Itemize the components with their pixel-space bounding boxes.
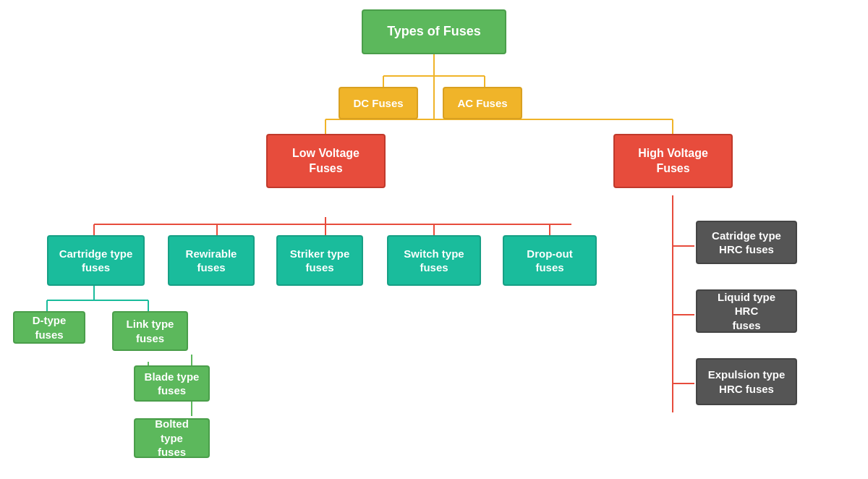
node-ac: AC Fuses [443,87,522,119]
node-dropout: Drop-out fuses [503,235,597,286]
node-catridge-hrc: Catridge type HRC fuses [696,221,797,264]
node-liquid-hrc: Liquid type HRC fuses [696,289,797,333]
node-expulsion-hrc: Expulsion type HRC fuses [696,358,797,405]
node-root: Types of Fuses [362,9,506,54]
node-blade: Blade type fuses [134,365,210,402]
node-hv: High Voltage Fuses [613,134,733,188]
node-dtype: D-type fuses [13,311,85,344]
diagram: Types of Fuses DC Fuses AC Fuses Low Vol… [0,0,868,479]
node-switch: Switch type fuses [387,235,481,286]
node-striker: Striker type fuses [276,235,363,286]
node-cartridge: Cartridge type fuses [47,235,145,286]
node-rewirable: Rewirable fuses [168,235,255,286]
node-dc: DC Fuses [339,87,418,119]
node-link: Link type fuses [112,311,188,351]
node-lv: Low Voltage Fuses [266,134,386,188]
node-bolted: Bolted type fuses [134,418,210,458]
